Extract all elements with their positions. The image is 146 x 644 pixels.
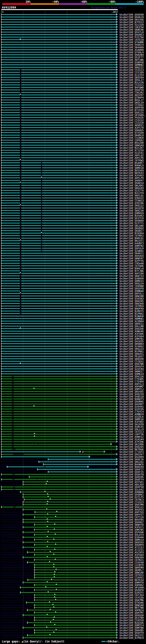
- hit-label[interactable]: UniRef100_Q8H5N9: [120, 566, 144, 568]
- hit-label[interactable]: UniRef100_C6TDZ1: [120, 574, 144, 576]
- hit-bar[interactable]: [1, 388, 117, 389]
- hit-bar[interactable]: [1, 416, 117, 417]
- hit-label[interactable]: UniRef100_Q40047: [120, 179, 144, 182]
- hit-label[interactable]: UniRef100_Q9M7C2: [120, 388, 144, 390]
- hit-bar[interactable]: [1, 220, 117, 221]
- hit-label[interactable]: UniRef100_C5XXV1: [120, 576, 144, 579]
- hit-label[interactable]: UniRef100_Q8W1B0: [120, 295, 144, 297]
- hit-bar[interactable]: [34, 534, 117, 535]
- hit-bar[interactable]: [23, 537, 117, 538]
- hit-bar[interactable]: [1, 192, 117, 193]
- hit-label[interactable]: UniRef100_Q8W1A9: [120, 144, 144, 146]
- hit-label[interactable]: UniRef100_Q08IH3: [120, 541, 144, 544]
- hit-bar[interactable]: [1, 208, 117, 208]
- hit-bar[interactable]: [34, 577, 117, 578]
- hit-bar[interactable]: [1, 168, 117, 168]
- hit-bar[interactable]: [1, 240, 117, 241]
- hit-label[interactable]: UniRef100_C7E4R5: [120, 378, 144, 380]
- hit-bar[interactable]: [1, 444, 111, 444]
- hit-label[interactable]: UniRef100_A5BCX5: [120, 425, 144, 428]
- hit-bar[interactable]: [34, 544, 117, 545]
- hit-label[interactable]: UniRef100_P25794: [120, 36, 144, 38]
- hit-bar[interactable]: [23, 509, 117, 510]
- hit-bar[interactable]: [1, 155, 117, 156]
- hit-bar[interactable]: [1, 160, 117, 160]
- hit-bar[interactable]: [1, 411, 117, 412]
- hit-bar[interactable]: [1, 200, 117, 201]
- hit-label[interactable]: UniRef100_Q42004: [120, 456, 144, 458]
- hit-bar[interactable]: [1, 394, 117, 394]
- hit-label[interactable]: UniRef100_Q6UDQ3: [120, 227, 144, 229]
- hit-label[interactable]: UniRef100_O23770: [120, 189, 144, 192]
- hit-bar[interactable]: [20, 592, 117, 593]
- hit-label[interactable]: UniRef100_O49874: [120, 44, 144, 46]
- hit-bar[interactable]: [1, 421, 117, 422]
- hit-label[interactable]: UniRef100_C5Y1D9: [120, 71, 144, 74]
- hit-bar[interactable]: [28, 580, 117, 580]
- hit-bar[interactable]: [1, 14, 117, 15]
- hit-label[interactable]: UniRef100_O80368: [120, 302, 144, 305]
- hit-bar[interactable]: [1, 374, 117, 374]
- hit-label[interactable]: UniRef100_Q9AVB5: [120, 629, 144, 632]
- hit-label[interactable]: UniRef100_Q5DVT9: [120, 632, 144, 634]
- hit-bar[interactable]: [1, 67, 117, 68]
- hit-label[interactable]: UniRef100_A9P7U3: [120, 511, 144, 513]
- hit-bar[interactable]: [34, 630, 117, 630]
- hit-label[interactable]: UniRef100_A5A8K8: [120, 48, 144, 51]
- hit-bar[interactable]: [34, 600, 117, 600]
- hit-label[interactable]: UniRef100_Q5DVT8: [120, 473, 144, 476]
- hit-label[interactable]: UniRef100_O22541: [120, 152, 144, 154]
- hit-label[interactable]: UniRef100_Q9XFJ6: [120, 458, 144, 460]
- hit-bar[interactable]: [1, 293, 117, 294]
- hit-label[interactable]: UniRef100_Q0GZQ1: [120, 460, 144, 463]
- hit-bar[interactable]: [1, 150, 117, 150]
- hit-label[interactable]: UniRef100_C6TBC3: [120, 498, 144, 501]
- hit-bar[interactable]: [1, 439, 117, 440]
- hit-bar[interactable]: [1, 238, 117, 238]
- hit-bar[interactable]: [1, 283, 117, 284]
- hit-bar[interactable]: [20, 492, 117, 492]
- hit-bar[interactable]: [23, 482, 117, 482]
- hit-bar[interactable]: [1, 203, 117, 203]
- hit-label[interactable]: UniRef100_Q6EU94: [120, 76, 144, 78]
- hit-label[interactable]: UniRef100_B7ZXI0: [120, 109, 144, 111]
- hit-label[interactable]: UniRef100_Q1L642: [120, 488, 144, 491]
- hit-bar[interactable]: [1, 218, 117, 218]
- hit-bar[interactable]: [1, 44, 117, 45]
- hit-bar[interactable]: [39, 462, 117, 462]
- hit-bar[interactable]: [1, 32, 117, 32]
- hit-bar[interactable]: [1, 175, 117, 176]
- hit-bar[interactable]: [1, 132, 117, 133]
- hit-bar[interactable]: [1, 290, 117, 291]
- hit-bar[interactable]: [1, 409, 117, 410]
- hit-label[interactable]: UniRef100_Q0MRN2: [120, 64, 144, 66]
- hit-label[interactable]: UniRef100_Q38PG8: [120, 61, 144, 64]
- hit-label[interactable]: UniRef100_A7PZH6: [120, 440, 144, 443]
- hit-bar[interactable]: [1, 182, 117, 183]
- hit-bar[interactable]: [1, 336, 117, 336]
- hit-label[interactable]: UniRef100_Q9XF59: [120, 89, 144, 91]
- hit-label[interactable]: UniRef100_B9HHL9: [120, 164, 144, 166]
- hit-label[interactable]: UniRef100_O09224: [120, 282, 144, 285]
- hit-bar[interactable]: [1, 361, 117, 362]
- hit-label[interactable]: UniRef100_B9HCK9: [120, 466, 144, 468]
- hit-bar[interactable]: [43, 464, 117, 465]
- hit-label[interactable]: UniRef100_O24662: [120, 345, 144, 348]
- hit-label[interactable]: UniRef100_Q38HU9: [120, 277, 144, 280]
- hit-bar[interactable]: [27, 610, 117, 610]
- hit-bar[interactable]: [34, 574, 117, 575]
- hit-label[interactable]: UniRef100_Q5K121: [120, 506, 144, 508]
- hit-label[interactable]: UniRef100_Q9FPZ7: [120, 513, 144, 516]
- hit-bar[interactable]: [1, 311, 117, 312]
- hit-bar[interactable]: [1, 256, 117, 256]
- hit-label[interactable]: UniRef100_A9PH02: [120, 584, 144, 586]
- hit-label[interactable]: UniRef100_Q2QBA1: [120, 250, 144, 252]
- hit-bar[interactable]: [1, 115, 117, 115]
- hit-label[interactable]: UniRef100_Q39196: [120, 202, 144, 204]
- hit-label[interactable]: UniRef100_Q537C0: [120, 217, 144, 219]
- hit-bar[interactable]: [34, 595, 117, 595]
- hit-label[interactable]: UniRef100_Q9FUL1: [120, 292, 144, 295]
- hit-label[interactable]: UniRef100_Q9M4S9: [120, 212, 144, 214]
- hit-label[interactable]: UniRef100_Q39440: [120, 536, 144, 538]
- hit-label[interactable]: UniRef100_Q9XF74: [120, 478, 144, 481]
